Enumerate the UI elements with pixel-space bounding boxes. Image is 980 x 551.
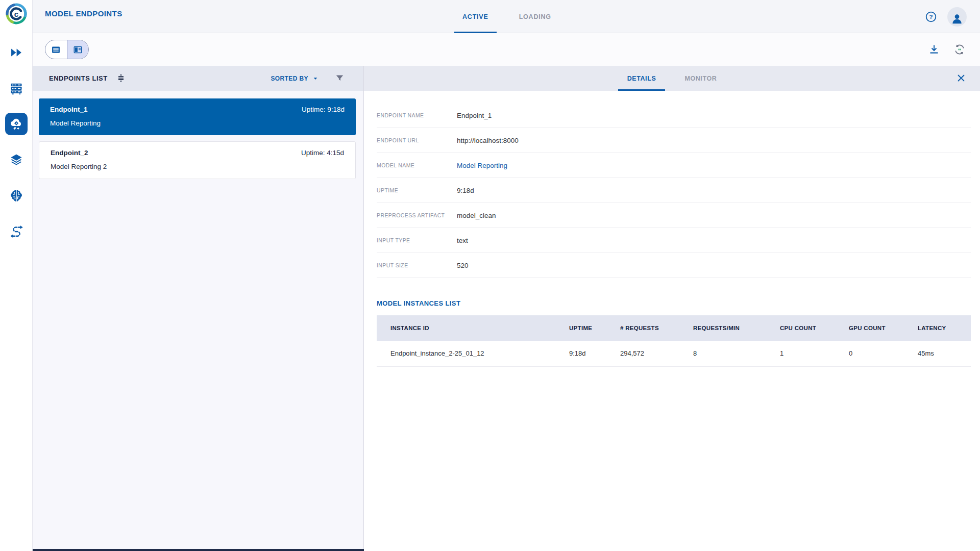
download-icon (928, 43, 940, 56)
endpoint-details-panel: DETAILS MONITOR ENDPOINT NAME Endpoint_1 (364, 66, 980, 551)
instances-table-header-row: INSTANCE ID UPTIME # REQUESTS REQUESTS/M… (377, 315, 971, 341)
endpoint-fields: ENDPOINT NAME Endpoint_1 ENDPOINT URL ht… (377, 103, 971, 278)
field-preprocess-artifact: PREPROCESS ARTIFACT model_clean (377, 203, 971, 228)
model-name-link[interactable]: Model Reporting (457, 162, 507, 169)
list-view-icon (51, 44, 61, 55)
field-label: INPUT TYPE (377, 237, 457, 243)
app-window: c (0, 0, 980, 551)
cell-latency: 45ms (918, 341, 971, 366)
tab-active-label: ACTIVE (462, 13, 488, 20)
model-instances-title: MODEL INSTANCES LIST (377, 299, 971, 307)
field-label: INPUT SIZE (377, 262, 457, 268)
svg-text:?: ? (929, 14, 933, 20)
brain-icon (9, 188, 23, 203)
cell-instance-id: Endpoint_instance_2-25_01_12 (377, 341, 569, 366)
cnvrg-logo-icon: c (4, 2, 29, 26)
field-value: http://localhost:8000 (457, 137, 519, 144)
sidebar: c (0, 0, 33, 551)
field-label: ENDPOINT NAME (377, 112, 457, 118)
field-value: 9:18d (457, 187, 474, 194)
split-view-button[interactable] (67, 40, 89, 59)
instance-row[interactable]: Endpoint_instance_2-25_01_12 9:18d 294,5… (377, 341, 971, 366)
sidebar-item-fast-forward[interactable] (5, 41, 28, 64)
endpoint-name: Endpoint_2 (51, 149, 88, 157)
fast-forward-icon (9, 45, 23, 60)
col-requests: # REQUESTS (620, 315, 693, 341)
user-avatar[interactable] (947, 7, 967, 27)
sidebar-item-flows[interactable] (5, 220, 28, 242)
help-button[interactable]: ? (924, 10, 938, 24)
layers-icon (9, 153, 23, 167)
tab-monitor[interactable]: MONITOR (670, 66, 731, 91)
cell-gpu-count: 0 (849, 341, 918, 366)
tab-active[interactable]: ACTIVE (447, 0, 504, 33)
field-value: model_clean (457, 212, 496, 219)
auto-refresh-paused-button[interactable] (952, 42, 967, 57)
field-model-name: MODEL NAME Model Reporting (377, 153, 971, 178)
endpoint-uptime: Uptime: 4:15d (301, 149, 344, 157)
sorted-by-dropdown[interactable]: SORTED BY (271, 74, 320, 83)
endpoints-list-header: ENDPOINTS LIST SORTED BY (33, 66, 363, 91)
cell-cpu-count: 1 (780, 341, 849, 366)
field-endpoint-name: ENDPOINT NAME Endpoint_1 (377, 103, 971, 128)
field-input-type: INPUT TYPE text (377, 228, 971, 253)
filter-funnel-icon (335, 73, 345, 83)
sorted-by-label: SORTED BY (271, 75, 308, 82)
list-view-button[interactable] (45, 40, 67, 59)
view-toggle (45, 40, 89, 59)
field-label: MODEL NAME (377, 162, 457, 168)
col-uptime: UPTIME (569, 315, 620, 341)
tab-details[interactable]: DETAILS (613, 66, 671, 91)
sort-lines-icon (116, 73, 126, 83)
person-icon (950, 12, 964, 26)
field-value: Endpoint_1 (457, 112, 492, 119)
endpoints-list-panel: ENDPOINTS LIST SORTED BY (33, 66, 364, 551)
tab-loading-label: LOADING (519, 13, 551, 20)
bottom-bar (0, 549, 364, 551)
endpoint-card-2[interactable]: Endpoint_2 Uptime: 4:15d Model Reporting… (39, 141, 356, 179)
sort-order-button[interactable] (116, 73, 127, 84)
col-gpu-count: GPU COUNT (849, 315, 918, 341)
split-view-icon (72, 44, 83, 55)
toolbar (33, 33, 980, 66)
endpoint-name: Endpoint_1 (50, 106, 88, 113)
app-logo[interactable]: c (4, 2, 29, 26)
endpoint-state-tabs: ACTIVE LOADING (447, 0, 567, 33)
col-requests-min: REQUESTS/MIN (693, 315, 780, 341)
close-details-button[interactable] (955, 72, 967, 84)
field-value: 520 (457, 262, 469, 269)
field-uptime: UPTIME 9:18d (377, 178, 971, 203)
download-button[interactable] (927, 42, 941, 57)
sidebar-item-models[interactable] (5, 184, 28, 207)
field-input-size: INPUT SIZE 520 (377, 253, 971, 278)
refresh-pause-icon (953, 43, 966, 56)
filter-button[interactable] (335, 73, 345, 84)
endpoints-list-title: ENDPOINTS LIST (49, 74, 108, 82)
tab-details-label: DETAILS (627, 75, 656, 82)
server-stack-icon (9, 81, 23, 95)
field-label: UPTIME (377, 187, 457, 193)
page-title: MODEL ENDPOINTS (45, 9, 122, 18)
cell-requests: 294,572 (620, 341, 693, 366)
sidebar-item-layers[interactable] (5, 148, 28, 171)
model-instances-section: MODEL INSTANCES LIST INSTANCE ID UPTIME … (377, 299, 971, 367)
tab-loading[interactable]: LOADING (504, 0, 567, 33)
endpoint-card-1[interactable]: Endpoint_1 Uptime: 9:18d Model Reporting (39, 98, 356, 135)
cell-requests-min: 8 (693, 341, 780, 366)
sidebar-item-model-endpoints[interactable] (5, 113, 28, 135)
top-header: MODEL ENDPOINTS ACTIVE LOADING ? (33, 0, 980, 33)
chevron-down-icon (311, 74, 320, 83)
tab-monitor-label: MONITOR (684, 75, 717, 82)
endpoint-model: Model Reporting 2 (51, 163, 344, 170)
endpoint-uptime: Uptime: 9:18d (302, 106, 345, 113)
endpoint-model: Model Reporting (50, 119, 345, 127)
col-cpu-count: CPU COUNT (780, 315, 849, 341)
sidebar-item-datasets[interactable] (5, 77, 28, 99)
tab-details-underline (618, 89, 666, 91)
pipeline-icon (9, 224, 23, 238)
details-panel-header: DETAILS MONITOR (364, 66, 980, 91)
field-label: PREPROCESS ARTIFACT (377, 212, 457, 218)
col-latency: LATENCY (918, 315, 971, 341)
field-endpoint-url: ENDPOINT URL http://localhost:8000 (377, 128, 971, 153)
close-icon (955, 72, 967, 84)
